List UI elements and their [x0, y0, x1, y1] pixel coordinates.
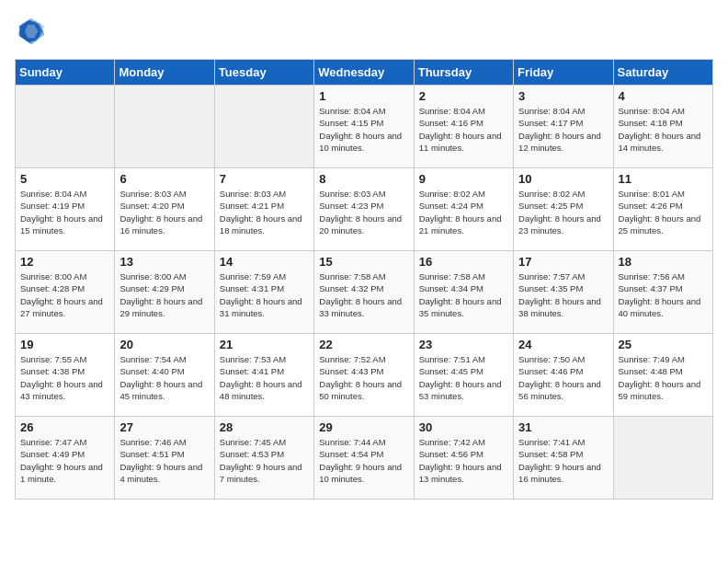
calendar-cell: 16Sunrise: 7:58 AM Sunset: 4:34 PM Dayli… — [414, 251, 513, 334]
day-number: 6 — [119, 172, 209, 186]
calendar-cell: 2Sunrise: 8:04 AM Sunset: 4:16 PM Daylig… — [414, 86, 513, 168]
day-of-week-sunday: Sunday — [16, 60, 115, 86]
logo-icon — [15, 15, 48, 48]
day-of-week-wednesday: Wednesday — [314, 60, 414, 86]
day-detail: Sunrise: 8:03 AM Sunset: 4:23 PM Dayligh… — [319, 188, 408, 236]
calendar-cell — [115, 86, 214, 168]
day-of-week-thursday: Thursday — [414, 60, 513, 86]
calendar-cell: 21Sunrise: 7:53 AM Sunset: 4:41 PM Dayli… — [214, 334, 313, 417]
day-number: 7 — [220, 172, 309, 186]
calendar-cell: 31Sunrise: 7:41 AM Sunset: 4:58 PM Dayli… — [514, 417, 613, 500]
calendar-cell — [16, 86, 115, 168]
day-number: 23 — [419, 338, 508, 351]
day-number: 20 — [119, 338, 209, 351]
day-detail: Sunrise: 8:04 AM Sunset: 4:18 PM Dayligh… — [619, 105, 708, 154]
day-number: 15 — [319, 255, 408, 269]
calendar-cell: 11Sunrise: 8:01 AM Sunset: 4:26 PM Dayli… — [613, 168, 712, 251]
day-detail: Sunrise: 8:00 AM Sunset: 4:29 PM Dayligh… — [119, 270, 209, 319]
calendar-cell: 15Sunrise: 7:58 AM Sunset: 4:32 PM Dayli… — [314, 251, 414, 334]
day-detail: Sunrise: 8:04 AM Sunset: 4:17 PM Dayligh… — [518, 105, 608, 154]
week-row-3: 19Sunrise: 7:55 AM Sunset: 4:38 PM Dayli… — [16, 334, 713, 417]
day-of-week-friday: Friday — [514, 60, 613, 86]
calendar-cell: 7Sunrise: 8:03 AM Sunset: 4:21 PM Daylig… — [214, 168, 313, 251]
day-detail: Sunrise: 8:00 AM Sunset: 4:28 PM Dayligh… — [20, 270, 109, 319]
calendar-cell: 25Sunrise: 7:49 AM Sunset: 4:48 PM Dayli… — [613, 334, 712, 417]
day-number: 18 — [619, 255, 708, 269]
calendar-cell: 17Sunrise: 7:57 AM Sunset: 4:35 PM Dayli… — [514, 251, 613, 334]
calendar-cell: 23Sunrise: 7:51 AM Sunset: 4:45 PM Dayli… — [414, 334, 513, 417]
calendar-cell: 14Sunrise: 7:59 AM Sunset: 4:31 PM Dayli… — [214, 251, 313, 334]
calendar-body: 1Sunrise: 8:04 AM Sunset: 4:15 PM Daylig… — [16, 86, 713, 500]
day-detail: Sunrise: 7:44 AM Sunset: 4:54 PM Dayligh… — [319, 436, 408, 485]
day-detail: Sunrise: 8:03 AM Sunset: 4:21 PM Dayligh… — [220, 188, 309, 236]
calendar-cell: 10Sunrise: 8:02 AM Sunset: 4:25 PM Dayli… — [514, 168, 613, 251]
week-row-4: 26Sunrise: 7:47 AM Sunset: 4:49 PM Dayli… — [16, 417, 713, 500]
day-number: 4 — [619, 89, 708, 103]
day-detail: Sunrise: 7:50 AM Sunset: 4:46 PM Dayligh… — [518, 353, 608, 402]
day-number: 12 — [20, 255, 109, 269]
day-number: 25 — [619, 338, 708, 351]
day-detail: Sunrise: 7:57 AM Sunset: 4:35 PM Dayligh… — [518, 270, 608, 319]
calendar-cell: 5Sunrise: 8:04 AM Sunset: 4:19 PM Daylig… — [16, 168, 115, 251]
day-detail: Sunrise: 7:56 AM Sunset: 4:37 PM Dayligh… — [619, 270, 708, 319]
day-detail: Sunrise: 7:51 AM Sunset: 4:45 PM Dayligh… — [419, 353, 508, 402]
day-detail: Sunrise: 7:58 AM Sunset: 4:34 PM Dayligh… — [419, 270, 508, 319]
calendar-cell: 4Sunrise: 8:04 AM Sunset: 4:18 PM Daylig… — [613, 86, 712, 168]
day-detail: Sunrise: 8:02 AM Sunset: 4:25 PM Dayligh… — [518, 188, 608, 236]
day-detail: Sunrise: 7:49 AM Sunset: 4:48 PM Dayligh… — [619, 353, 708, 402]
calendar-cell: 28Sunrise: 7:45 AM Sunset: 4:53 PM Dayli… — [214, 417, 313, 500]
day-of-week-monday: Monday — [115, 60, 214, 86]
calendar-cell: 6Sunrise: 8:03 AM Sunset: 4:20 PM Daylig… — [115, 168, 214, 251]
calendar-cell: 3Sunrise: 8:04 AM Sunset: 4:17 PM Daylig… — [514, 86, 613, 168]
day-detail: Sunrise: 7:55 AM Sunset: 4:38 PM Dayligh… — [20, 353, 109, 402]
day-detail: Sunrise: 8:04 AM Sunset: 4:15 PM Dayligh… — [319, 105, 408, 154]
day-number: 16 — [419, 255, 508, 269]
calendar-cell: 29Sunrise: 7:44 AM Sunset: 4:54 PM Dayli… — [314, 417, 414, 500]
day-number: 31 — [518, 420, 608, 434]
calendar-cell: 19Sunrise: 7:55 AM Sunset: 4:38 PM Dayli… — [16, 334, 115, 417]
calendar-cell: 30Sunrise: 7:42 AM Sunset: 4:56 PM Dayli… — [414, 417, 513, 500]
calendar-cell: 8Sunrise: 8:03 AM Sunset: 4:23 PM Daylig… — [314, 168, 414, 251]
calendar-cell: 18Sunrise: 7:56 AM Sunset: 4:37 PM Dayli… — [613, 251, 712, 334]
calendar-cell: 9Sunrise: 8:02 AM Sunset: 4:24 PM Daylig… — [414, 168, 513, 251]
calendar-cell: 24Sunrise: 7:50 AM Sunset: 4:46 PM Dayli… — [514, 334, 613, 417]
calendar-cell: 12Sunrise: 8:00 AM Sunset: 4:28 PM Dayli… — [16, 251, 115, 334]
week-row-2: 12Sunrise: 8:00 AM Sunset: 4:28 PM Dayli… — [16, 251, 713, 334]
day-of-week-saturday: Saturday — [613, 60, 712, 86]
day-detail: Sunrise: 8:04 AM Sunset: 4:16 PM Dayligh… — [419, 105, 508, 154]
day-number: 21 — [220, 338, 309, 351]
day-detail: Sunrise: 7:52 AM Sunset: 4:43 PM Dayligh… — [319, 353, 408, 402]
day-number: 30 — [419, 420, 508, 434]
day-number: 26 — [20, 420, 109, 434]
day-detail: Sunrise: 8:03 AM Sunset: 4:20 PM Dayligh… — [119, 188, 209, 236]
day-number: 8 — [319, 172, 408, 186]
day-number: 2 — [419, 89, 508, 103]
day-detail: Sunrise: 8:04 AM Sunset: 4:19 PM Dayligh… — [20, 188, 109, 236]
week-row-1: 5Sunrise: 8:04 AM Sunset: 4:19 PM Daylig… — [16, 168, 713, 251]
calendar-cell: 20Sunrise: 7:54 AM Sunset: 4:40 PM Dayli… — [115, 334, 214, 417]
day-detail: Sunrise: 8:02 AM Sunset: 4:24 PM Dayligh… — [419, 188, 508, 236]
logo — [15, 15, 51, 48]
day-detail: Sunrise: 7:41 AM Sunset: 4:58 PM Dayligh… — [518, 436, 608, 485]
day-number: 17 — [518, 255, 608, 269]
day-detail: Sunrise: 7:58 AM Sunset: 4:32 PM Dayligh… — [319, 270, 408, 319]
day-number: 9 — [419, 172, 508, 186]
calendar-header: SundayMondayTuesdayWednesdayThursdayFrid… — [16, 60, 713, 86]
day-detail: Sunrise: 7:54 AM Sunset: 4:40 PM Dayligh… — [119, 353, 209, 402]
day-detail: Sunrise: 7:46 AM Sunset: 4:51 PM Dayligh… — [119, 436, 209, 485]
day-number: 22 — [319, 338, 408, 351]
day-number: 1 — [319, 89, 408, 103]
day-number: 10 — [518, 172, 608, 186]
day-number: 27 — [119, 420, 209, 434]
calendar-cell: 13Sunrise: 8:00 AM Sunset: 4:29 PM Dayli… — [115, 251, 214, 334]
day-number: 14 — [220, 255, 309, 269]
page-header — [15, 15, 713, 48]
day-detail: Sunrise: 7:47 AM Sunset: 4:49 PM Dayligh… — [20, 436, 109, 485]
calendar-cell: 27Sunrise: 7:46 AM Sunset: 4:51 PM Dayli… — [115, 417, 214, 500]
day-number: 3 — [518, 89, 608, 103]
day-number: 29 — [319, 420, 408, 434]
calendar-cell — [214, 86, 313, 168]
calendar-cell — [613, 417, 712, 500]
day-detail: Sunrise: 7:45 AM Sunset: 4:53 PM Dayligh… — [220, 436, 309, 485]
calendar-table: SundayMondayTuesdayWednesdayThursdayFrid… — [15, 59, 713, 500]
